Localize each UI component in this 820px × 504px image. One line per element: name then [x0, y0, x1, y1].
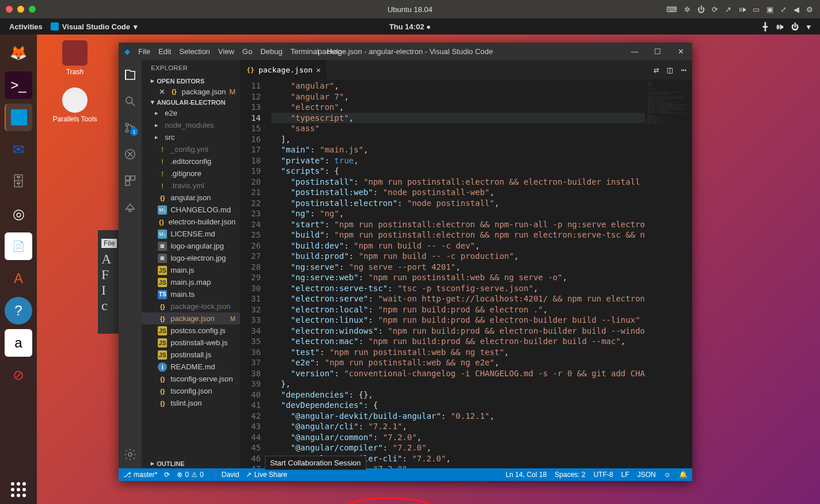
- cursor-position[interactable]: Ln 14, Col 18: [506, 471, 546, 479]
- sound-icon[interactable]: 🕪: [738, 5, 746, 14]
- dock-vscode[interactable]: [5, 104, 32, 131]
- file-package-lock-json[interactable]: {}package-lock.json: [142, 300, 240, 312]
- minimize-icon[interactable]: [17, 6, 24, 13]
- file-main-js-map[interactable]: JSmain.js.map: [142, 276, 240, 288]
- settings-icon[interactable]: ✲: [684, 5, 690, 14]
- outline-section[interactable]: ▸ OUTLINE: [142, 459, 240, 468]
- feedback-icon[interactable]: ☺: [664, 471, 671, 479]
- vscode-titlebar[interactable]: ◆ FileEditSelectionViewGoDebugTerminalHe…: [119, 43, 692, 60]
- file-changelog-md[interactable]: M↓CHANGELOG.md: [142, 204, 240, 216]
- language-mode[interactable]: JSON: [637, 471, 656, 479]
- file-main-js[interactable]: JSmain.js: [142, 264, 240, 276]
- desktop-trash[interactable]: Trash: [52, 40, 98, 76]
- problems[interactable]: ⊗0 ⚠0: [177, 471, 203, 479]
- refresh-icon[interactable]: ⟳: [712, 5, 718, 14]
- file-src[interactable]: ▸src: [142, 131, 240, 143]
- sync-button[interactable]: ⟳: [164, 471, 170, 479]
- display-icon[interactable]: ▭: [753, 5, 760, 14]
- close-tab-icon[interactable]: ✕: [316, 66, 321, 74]
- debug-icon[interactable]: [123, 147, 137, 161]
- file-tsconfig-json[interactable]: {}tsconfig.json: [142, 385, 240, 397]
- file--travis-yml[interactable]: !.travis.yml: [142, 180, 240, 192]
- file-postcss-config-js[interactable]: JSpostcss.config.js: [142, 324, 240, 337]
- liveshare-icon[interactable]: [123, 200, 137, 214]
- power-icon[interactable]: ⏻: [697, 5, 705, 14]
- dock-software[interactable]: A: [5, 265, 32, 292]
- tab-package-json[interactable]: {} package.json ✕: [240, 60, 327, 79]
- network-icon[interactable]: ╋: [763, 22, 768, 31]
- file-logo-electron-jpg[interactable]: ▦logo-electron.jpg: [142, 252, 240, 264]
- file-main-ts[interactable]: TSmain.ts: [142, 288, 240, 300]
- background-window-tab[interactable]: File: [101, 239, 117, 248]
- file-license-md[interactable]: M↓LICENSE.md: [142, 228, 240, 240]
- file-e2e[interactable]: ▸e2e: [142, 107, 240, 119]
- file-postinstall-web-js[interactable]: JSpostinstall-web.js: [142, 337, 240, 349]
- settings-gear-icon[interactable]: [123, 448, 137, 461]
- keyboard-icon[interactable]: ⌨: [666, 5, 677, 14]
- editor[interactable]: 1112131415161718192021222324252627282930…: [240, 79, 692, 468]
- app-menu[interactable]: Visual Studio Code ▾: [51, 22, 138, 31]
- dock-help[interactable]: ?: [5, 297, 32, 324]
- gear-icon[interactable]: ⚙: [806, 5, 813, 14]
- close-button[interactable]: ✕: [669, 47, 692, 56]
- file--gitignore[interactable]: !.gitignore: [142, 167, 240, 180]
- liveshare-user[interactable]: 👤David: [211, 471, 240, 479]
- indentation[interactable]: Spaces: 2: [555, 471, 585, 479]
- maximize-icon[interactable]: [29, 6, 36, 13]
- maximize-button[interactable]: ☐: [646, 47, 669, 56]
- expand-icon[interactable]: ⤢: [780, 5, 787, 14]
- file-angular-json[interactable]: {}angular.json: [142, 192, 240, 204]
- more-icon[interactable]: ⋯: [681, 64, 686, 75]
- dock-rhythmbox[interactable]: ◎: [5, 200, 32, 228]
- menu-icon[interactable]: ◀: [794, 5, 799, 14]
- search-icon[interactable]: [123, 94, 137, 108]
- split-editor-icon[interactable]: ◫: [667, 64, 673, 75]
- source-control-icon[interactable]: 1: [123, 121, 137, 135]
- power-menu-icon[interactable]: ⏻: [791, 22, 799, 31]
- show-applications[interactable]: [11, 482, 26, 497]
- file-tsconfig-serve-json[interactable]: {}tsconfig-serve.json: [142, 373, 240, 385]
- file-tslint-json[interactable]: {}tslint.json: [142, 397, 240, 409]
- bell-icon[interactable]: 🔔: [679, 471, 688, 479]
- eol[interactable]: LF: [621, 471, 629, 479]
- file--config-yml[interactable]: !_config.yml: [142, 143, 240, 155]
- encoding[interactable]: UTF-8: [594, 471, 613, 479]
- open-editor-item[interactable]: ✕ {} package.json M: [142, 86, 240, 97]
- file-postinstall-js[interactable]: JSpostinstall.js: [142, 349, 240, 361]
- menu-selection[interactable]: Selection: [179, 47, 210, 56]
- explorer-icon[interactable]: [123, 68, 137, 82]
- compare-icon[interactable]: ⇄: [654, 64, 659, 75]
- liveshare-button[interactable]: ↗Live Share: [246, 471, 287, 479]
- menu-go[interactable]: Go: [242, 47, 252, 56]
- extensions-icon[interactable]: [123, 174, 137, 188]
- file-readme-md[interactable]: iREADME.md: [142, 361, 240, 373]
- dock-files[interactable]: 🗄: [5, 168, 32, 196]
- dock-writer[interactable]: 📄: [5, 232, 32, 260]
- file-logo-angular-jpg[interactable]: ▦logo-angular.jpg: [142, 240, 240, 252]
- close-icon[interactable]: ✕: [159, 87, 166, 96]
- dock-thunderbird[interactable]: ✉: [5, 136, 32, 163]
- file-package-json[interactable]: {}package.jsonM: [142, 312, 240, 324]
- dock-blocked[interactable]: ⊘: [5, 361, 32, 389]
- camera-icon[interactable]: ▣: [766, 5, 773, 14]
- chevron-down-icon[interactable]: ▾: [807, 22, 811, 31]
- menu-debug[interactable]: Debug: [260, 47, 282, 56]
- dock-firefox[interactable]: 🦊: [5, 39, 32, 67]
- menu-file[interactable]: File: [138, 47, 150, 56]
- open-editors-section[interactable]: ▸ OPEN EDITORS: [142, 76, 240, 86]
- menu-terminal[interactable]: Terminal: [290, 47, 318, 56]
- close-icon[interactable]: [6, 6, 13, 13]
- file-electron-builder-json[interactable]: {}electron-builder.json: [142, 216, 240, 228]
- minimize-button[interactable]: ―: [623, 47, 646, 56]
- share-icon[interactable]: ↗: [725, 5, 731, 14]
- volume-icon[interactable]: 🕪: [776, 22, 783, 31]
- activities-button[interactable]: Activities: [9, 22, 43, 31]
- file-node-modules[interactable]: ▸node_modules: [142, 119, 240, 131]
- clock[interactable]: Thu 14:02 ●: [389, 22, 431, 31]
- dock-amazon[interactable]: a: [5, 329, 32, 357]
- code-content[interactable]: "angular", "angular 7", "electron", "typ…: [271, 79, 645, 468]
- menu-edit[interactable]: Edit: [158, 47, 171, 56]
- project-section[interactable]: ▾ ANGULAR-ELECTRON: [142, 97, 240, 107]
- minimap[interactable]: "angular", "angular 7", "electron", "typ…: [645, 79, 692, 468]
- desktop-parallels-tools[interactable]: Parallels Tools: [52, 87, 98, 123]
